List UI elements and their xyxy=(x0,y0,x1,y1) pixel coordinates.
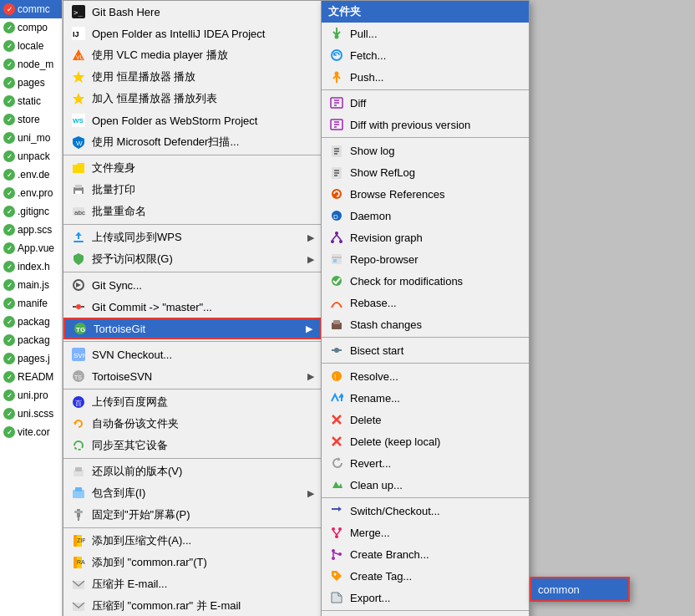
file-tree-item[interactable]: ✓ app.scs xyxy=(0,221,62,239)
file-tree-item[interactable]: ✓ main.js xyxy=(0,276,62,294)
ctx-rename[interactable]: Rename... xyxy=(322,387,529,409)
ctx-showlog[interactable]: Show log xyxy=(322,140,529,161)
file-tree-item[interactable]: ✓ packag xyxy=(0,313,62,331)
file-tree-item[interactable]: ✓ READM xyxy=(0,368,62,386)
svg-marker-6 xyxy=(73,71,84,83)
ctx-baidu[interactable]: 百 上传到百度网盘 xyxy=(63,391,321,413)
ctx-addzip[interactable]: ZIP 添加到压缩文件(A)... xyxy=(63,530,321,552)
ctx-diff[interactable]: Diff xyxy=(322,92,529,114)
ctx-restore[interactable]: 还原以前的版本(V) xyxy=(63,461,321,482)
ctx-tortoisegit[interactable]: TG TortoiseGit ▶ xyxy=(63,318,321,339)
file-tree-item[interactable]: ✓ pages.j xyxy=(0,349,62,368)
ctx-vlc-play[interactable]: VL 使用 VLC media player 播放 xyxy=(63,44,321,66)
ctx-stash[interactable]: Stash changes xyxy=(322,313,529,335)
ctx-upload-wps[interactable]: 上传或同步到WPS ▶ xyxy=(63,227,321,248)
ctx-push[interactable]: Push... xyxy=(322,66,529,88)
revision-icon xyxy=(328,229,345,246)
file-tree-item[interactable]: ✓ pages xyxy=(0,74,62,92)
svg-text:RAR: RAR xyxy=(77,559,85,565)
file-tree-item[interactable]: ✓ App.vue xyxy=(0,239,62,257)
ctx-svncheckout[interactable]: SVN SVN Checkout... xyxy=(63,344,321,365)
ctx-browse[interactable]: Browse References xyxy=(322,183,529,205)
log-icon xyxy=(328,142,345,159)
ctx-gitcommit[interactable]: Git Commit -> "master"... xyxy=(63,296,321,318)
file-tree-item[interactable]: ✓ manife xyxy=(0,294,62,313)
file-tree-item[interactable]: ✓ store xyxy=(0,110,62,129)
repo-icon xyxy=(328,251,345,267)
file-tree-item[interactable]: ✓ node_m xyxy=(0,55,62,74)
ctx-syncother[interactable]: 同步至其它设备 xyxy=(63,435,321,456)
file-tree-item[interactable]: ✓ .env.de xyxy=(0,165,62,184)
ctx-defender[interactable]: W 使用 Microsoft Defender扫描... xyxy=(63,131,321,153)
ctx-checkmod[interactable]: Check for modifications xyxy=(322,270,529,292)
ctx-star-playlist[interactable]: 加入 恒星播放器 播放列表 xyxy=(63,88,321,109)
ctx-revert[interactable]: Revert... xyxy=(322,452,529,474)
file-tree-item[interactable]: ✓ .gitignc xyxy=(0,202,62,221)
ctx-repobrowser[interactable]: Repo-browser xyxy=(322,248,529,270)
defender-icon: W xyxy=(70,134,87,150)
ctx-bisect[interactable]: Bisect start xyxy=(322,339,529,361)
svg-point-18 xyxy=(76,304,81,309)
ctx-switch[interactable]: Switch/Checkout... xyxy=(322,500,529,522)
file-tree-item[interactable]: ✓ compo xyxy=(0,18,62,37)
ctx-common-item[interactable]: common xyxy=(531,578,628,600)
file-tree-item-commc[interactable]: ✓ commc xyxy=(0,0,62,18)
ctx-revision[interactable]: Revision graph xyxy=(322,227,529,248)
ctx-resolve[interactable]: ! Resolve... xyxy=(322,365,529,387)
ctx-daemon[interactable]: D Daemon xyxy=(322,205,529,227)
ctx-star-play[interactable]: 使用 恒星播放器 播放 xyxy=(63,66,321,88)
file-tree-item[interactable]: ✓ .env.pro xyxy=(0,184,62,202)
file-tree-item[interactable]: ✓ index.h xyxy=(0,257,62,276)
git-status-icon: ✓ xyxy=(3,40,15,52)
ctx-delete[interactable]: Delete xyxy=(322,409,529,430)
rename-icon: abc xyxy=(70,203,87,220)
ctx-print[interactable]: 批量打印 xyxy=(63,179,321,201)
svg-rect-81 xyxy=(333,259,337,262)
revert-icon xyxy=(328,455,345,471)
file-tree-item[interactable]: ✓ uni_mo xyxy=(0,129,62,147)
ctx-zipmailrar[interactable]: 压缩到 "common.rar" 并 E-mail xyxy=(63,595,321,616)
file-tree-item[interactable]: ✓ static xyxy=(0,92,62,110)
file-tree-item[interactable]: ✓ locale xyxy=(0,37,62,55)
git-status-icon: ✓ xyxy=(3,206,15,217)
ctx-showreflog[interactable]: Show RefLog xyxy=(322,161,529,183)
ctx-gitsync[interactable]: Git Sync... xyxy=(63,274,321,296)
ctx-intellij[interactable]: IJ Open Folder as IntelliJ IDEA Project xyxy=(63,23,321,44)
ctx-pull[interactable]: Pull... xyxy=(322,23,529,44)
ctx-cleanup[interactable]: Clean up... xyxy=(322,474,529,496)
ctx-addrar[interactable]: RAR 添加到 "common.rar"(T) xyxy=(63,552,321,573)
svg-line-102 xyxy=(333,552,338,554)
file-tree-item[interactable]: ✓ packag xyxy=(0,331,62,349)
ctx-backup[interactable]: 自动备份该文件夹 xyxy=(63,413,321,435)
svg-point-87 xyxy=(332,371,342,381)
ctx-compress[interactable]: 文件瘦身 xyxy=(63,157,321,179)
tortoisesvn-icon: TS xyxy=(70,368,87,384)
ctx-zipmail[interactable]: 压缩并 E-mail... xyxy=(63,573,321,595)
git-status-icon: ✓ xyxy=(3,408,15,420)
svg-text:百: 百 xyxy=(75,400,82,407)
rar-icon: RAR xyxy=(70,554,87,571)
ctx-batchrename[interactable]: abc 批量重命名 xyxy=(63,201,321,222)
ctx-tortoisesvn[interactable]: TS TortoiseSVN ▶ xyxy=(63,365,321,387)
ctx-include[interactable]: 包含到库(I) ▶ xyxy=(63,482,321,504)
ctx-merge[interactable]: Merge... xyxy=(322,522,529,543)
ctx-export[interactable]: Export... xyxy=(322,587,529,608)
ctx-delete-local[interactable]: Delete (keep local) xyxy=(322,430,529,452)
file-tree-item[interactable]: ✓ uni.scss xyxy=(0,405,62,423)
file-tree-item[interactable]: ✓ vite.cor xyxy=(0,423,62,441)
ctx-rebase[interactable]: Rebase... xyxy=(322,292,529,313)
file-tree-item[interactable]: ✓ unpack xyxy=(0,147,62,165)
checkmod-icon xyxy=(328,272,345,289)
resolve-icon: ! xyxy=(328,368,345,384)
ctx-webstorm[interactable]: WS Open Folder as WebStorm Project xyxy=(63,109,321,131)
ctx-pin[interactable]: 固定到"开始"屏幕(P) xyxy=(63,504,321,526)
ctx-branch[interactable]: Create Branch... xyxy=(322,543,529,565)
ctx-access[interactable]: 授予访问权限(G) ▶ xyxy=(63,248,321,270)
ctx-add[interactable]: Add... xyxy=(322,613,529,616)
ctx-git-bash[interactable]: >_ Git Bash Here xyxy=(63,1,321,23)
ctx-diffprev[interactable]: Diff with previous version xyxy=(322,114,529,135)
svg-text:TG: TG xyxy=(76,326,85,333)
ctx-fetch[interactable]: Fetch... xyxy=(322,44,529,66)
ctx-tag[interactable]: Create Tag... xyxy=(322,565,529,587)
file-tree-item[interactable]: ✓ uni.pro xyxy=(0,386,62,405)
